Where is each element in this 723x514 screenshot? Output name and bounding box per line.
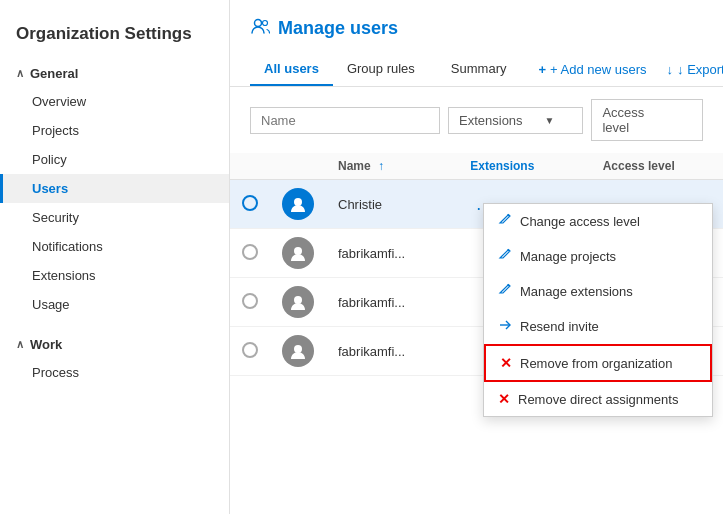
extensions-dropdown-arrow-icon: ▼ <box>545 115 555 126</box>
sidebar-item-notifications[interactable]: Notifications <box>0 232 229 261</box>
sidebar-item-overview[interactable]: Overview <box>0 87 229 116</box>
svg-point-4 <box>294 296 302 304</box>
row-radio-3[interactable] <box>242 293 258 309</box>
svg-point-2 <box>294 198 302 206</box>
sidebar-title: Organization Settings <box>0 16 229 60</box>
avatar-christie <box>282 188 314 220</box>
row-radio-4[interactable] <box>242 342 258 358</box>
sidebar-section-general-label: General <box>30 66 78 81</box>
row-avatar-cell-3 <box>270 278 326 327</box>
dropdown-resend-invite-label: Resend invite <box>520 319 599 334</box>
name-filter-input[interactable] <box>250 107 440 134</box>
avatar-fabrikam-3 <box>282 286 314 318</box>
row-radio-cell-4 <box>230 327 270 376</box>
download-icon: ↓ <box>667 62 674 77</box>
x-icon-1: ✕ <box>500 355 512 371</box>
col-header-avatar <box>270 153 326 180</box>
sidebar-item-process[interactable]: Process <box>0 358 229 387</box>
dropdown-manage-extensions[interactable]: Manage extensions <box>484 274 712 309</box>
access-filter-dropdown[interactable]: Access level <box>591 99 703 141</box>
page-title-row: Manage users <box>250 16 703 41</box>
sidebar-item-users[interactable]: Users <box>0 174 229 203</box>
row-avatar-cell-2 <box>270 229 326 278</box>
filters-row: Extensions ▼ Access level <box>230 87 723 153</box>
x-icon-2: ✕ <box>498 391 510 407</box>
sidebar-item-policy[interactable]: Policy <box>0 145 229 174</box>
users-table-container: Name ↑ Extensions Access level <box>230 153 723 514</box>
tab-summary[interactable]: Summary <box>437 53 521 86</box>
col-header-extensions[interactable]: Extensions <box>458 153 590 180</box>
dropdown-change-access-label: Change access level <box>520 214 640 229</box>
row-radio-2[interactable] <box>242 244 258 260</box>
sidebar-item-extensions[interactable]: Extensions <box>0 261 229 290</box>
extensions-filter-dropdown[interactable]: Extensions ▼ <box>448 107 583 134</box>
chevron-work-icon: ∧ <box>16 338 24 351</box>
dropdown-resend-invite[interactable]: Resend invite <box>484 309 712 344</box>
row-avatar-cell <box>270 180 326 229</box>
sidebar-item-projects[interactable]: Projects <box>0 116 229 145</box>
add-new-users-button[interactable]: + + Add new users <box>528 54 656 85</box>
row-name-4: fabrikamfi... <box>326 327 458 376</box>
main-header: Manage users All users Group rules Summa… <box>230 0 723 87</box>
access-filter-label: Access level <box>602 105 674 135</box>
tab-all-users[interactable]: All users <box>250 53 333 86</box>
col-header-check <box>230 153 270 180</box>
dropdown-remove-from-org-label: Remove from organization <box>520 356 672 371</box>
sidebar-section-work-label: Work <box>30 337 62 352</box>
col-header-access: Access level <box>591 153 723 180</box>
page-title: Manage users <box>278 18 398 39</box>
dropdown-manage-extensions-label: Manage extensions <box>520 284 633 299</box>
tab-group-rules[interactable]: Group rules <box>333 53 429 86</box>
dropdown-change-access[interactable]: Change access level <box>484 204 712 239</box>
manage-users-icon <box>250 16 270 41</box>
main-content: Manage users All users Group rules Summa… <box>230 0 723 514</box>
avatar-fabrikam-4 <box>282 335 314 367</box>
svg-point-1 <box>263 21 268 26</box>
row-radio-cell <box>230 180 270 229</box>
row-avatar-cell-4 <box>270 327 326 376</box>
svg-point-5 <box>294 345 302 353</box>
pencil-icon-1 <box>498 213 512 230</box>
export-button[interactable]: ↓ ↓ Export <box>657 54 723 85</box>
sidebar-section-general[interactable]: ∧ General <box>0 60 229 87</box>
col-header-name[interactable]: Name ↑ <box>326 153 458 180</box>
row-name-2: fabrikamfi... <box>326 229 458 278</box>
dropdown-remove-direct[interactable]: ✕ Remove direct assignments <box>484 382 712 416</box>
row-name-christie: Christie <box>326 180 458 229</box>
pencil-icon-2 <box>498 248 512 265</box>
sidebar-item-usage[interactable]: Usage <box>0 290 229 319</box>
dropdown-manage-projects[interactable]: Manage projects <box>484 239 712 274</box>
row-radio-cell-3 <box>230 278 270 327</box>
sort-name-icon: ↑ <box>378 159 384 173</box>
extensions-filter-label: Extensions <box>459 113 523 128</box>
row-radio-cell-2 <box>230 229 270 278</box>
svg-point-0 <box>255 20 262 27</box>
svg-point-3 <box>294 247 302 255</box>
chevron-general-icon: ∧ <box>16 67 24 80</box>
pencil-icon-3 <box>498 283 512 300</box>
avatar-fabrikam-2 <box>282 237 314 269</box>
dropdown-remove-direct-label: Remove direct assignments <box>518 392 678 407</box>
dropdown-remove-from-org[interactable]: ✕ Remove from organization <box>484 344 712 382</box>
dropdown-manage-projects-label: Manage projects <box>520 249 616 264</box>
sidebar-item-security[interactable]: Security <box>0 203 229 232</box>
context-menu: Change access level Manage projects Mana… <box>483 203 713 417</box>
arrow-icon <box>498 318 512 335</box>
tabs-row: All users Group rules Summary + + Add ne… <box>250 53 703 86</box>
row-radio-christie[interactable] <box>242 195 258 211</box>
sidebar-section-work[interactable]: ∧ Work <box>0 331 229 358</box>
sidebar: Organization Settings ∧ General Overview… <box>0 0 230 514</box>
row-name-3: fabrikamfi... <box>326 278 458 327</box>
plus-icon: + <box>538 62 546 77</box>
